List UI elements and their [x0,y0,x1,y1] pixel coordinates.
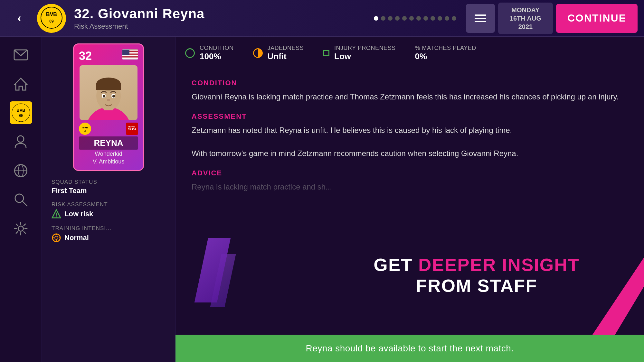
advice-overlay: Reyna is lacking match practice and sh..… [192,181,628,193]
sidebar-item-club[interactable]: BVB 09 [10,101,32,124]
sidebar-nav: BVB 09 [0,37,42,362]
injury-value: Low [334,51,395,61]
risk-icon [52,209,61,219]
matches-label: % MATCHES PLAYED [415,45,476,51]
dot-1 [374,16,378,21]
condition-section-title: CONDITION [192,79,628,87]
condition-stat-info: CONDITION 100% [200,45,234,61]
svg-rect-20 [122,57,138,57]
svg-text:BVB: BVB [46,12,57,17]
training-label: TRAINING INTENSI... [52,225,166,232]
player-card: 32 [73,43,144,171]
svg-text:09: 09 [49,19,54,23]
dot-9 [431,16,435,21]
stats-bar: CONDITION 100% JADEDNESS Unfit INJURY PR… [175,37,644,69]
club-logo-text: BVB 09 [40,6,63,30]
svg-text:ESLIGA: ESLIGA [128,128,136,130]
svg-point-43 [55,236,58,239]
training-value: Normal [64,234,89,242]
insight-overlay: GET DEEPER INSIGHT FROM STAFF [374,254,580,296]
continue-button[interactable]: CONTINUE [556,4,638,33]
svg-rect-27 [96,83,121,90]
svg-point-8 [17,136,24,142]
condition-stat: CONDITION 100% [185,45,234,61]
svg-text:BVB: BVB [16,108,25,113]
club-logo: BVB 09 [37,4,66,33]
left-stats: SQUAD STATUS First Team RISK ASSESSMENT … [48,179,169,249]
player-full-name: 32. Giovanni Reyna [74,6,364,22]
date-text: MONDAY 16TH AUG 2021 [505,6,546,31]
sidebar-item-globe[interactable] [10,159,32,182]
svg-point-30 [103,95,105,97]
header: ‹ BVB 09 32. Giovanni Reyna Risk Assessm… [0,0,644,37]
risk-assessment-label: RISK ASSESSMENT [52,201,166,208]
back-button[interactable]: ‹ [6,5,32,31]
squad-status-label: SQUAD STATUS [52,179,166,185]
right-panel: CONDITION 100% JADEDNESS Unfit INJURY PR… [175,37,644,362]
squad-status-row: SQUAD STATUS First Team [52,179,166,195]
dot-3 [388,16,393,21]
risk-assessment-value: Low risk [64,210,93,218]
advice-blurred-text: Reyna is lacking match practice and sh..… [192,181,628,193]
insight-line-1: GET DEEPER INSIGHT [374,254,580,275]
main-layout: BVB 09 [0,37,644,362]
svg-text:BUND-: BUND- [128,125,136,128]
condition-value: 100% [200,51,234,61]
assessment-section-text: Zetzmann has noted that Reyna is unfit. … [192,125,628,159]
jadedness-label: JADEDNESS [268,45,304,51]
injury-label: INJURY PRONENESS [334,45,395,51]
card-player-name: REYNA [79,136,138,150]
dot-10 [438,16,442,21]
svg-text:BVB: BVB [82,126,88,129]
dot-11 [445,16,449,21]
card-number: 32 [79,49,92,63]
card-trait-2: V. Ambitious [79,158,138,165]
risk-value-row: Low risk [52,209,166,219]
jadedness-value: Unfit [268,51,304,61]
training-row: TRAINING INTENSI... Normal [52,225,166,243]
dot-5 [402,16,407,21]
sidebar-item-home[interactable] [10,72,32,95]
svg-point-0 [41,7,62,28]
bottom-bar: Reyna should be available to start the n… [175,335,644,362]
svg-point-32 [107,99,110,101]
injury-indicator [323,50,329,56]
svg-rect-21 [122,58,138,59]
sidebar-item-search[interactable] [10,188,32,211]
advice-section-title: ADVICE [192,169,628,177]
matches-stat-info: % MATCHES PLAYED 0% [415,45,476,61]
dot-12 [452,16,456,21]
injury-stat-info: INJURY PRONENESS Low [334,45,395,61]
training-icon [52,233,61,243]
pagination-dots [374,16,456,21]
svg-point-14 [18,226,24,231]
svg-text:09: 09 [84,130,86,132]
sidebar-item-mail[interactable] [10,43,32,66]
matches-value: 0% [415,51,476,61]
svg-line-13 [22,201,27,206]
risk-assessment-row: RISK ASSESSMENT Low risk [52,201,166,219]
insight-line-2: FROM STAFF [374,275,580,296]
sidebar-item-people[interactable] [10,130,32,153]
sidebar-item-settings[interactable] [10,217,32,240]
dot-8 [423,16,428,21]
content-area: CONDITION Giovanni Reyna is lacking matc… [175,69,644,335]
squad-status-value: First Team [52,187,166,195]
bottom-recommendation-text: Reyna should be available to start the n… [306,343,514,354]
injury-stat: INJURY PRONENESS Low [323,45,395,61]
svg-rect-22 [122,50,129,55]
card-trait-1: Wonderkid [79,151,138,157]
svg-marker-4 [14,78,27,90]
condition-section-text: Giovanni Reyna is lacking match practice… [192,91,628,103]
hamburger-icon [475,14,486,22]
svg-text:09: 09 [19,114,23,117]
svg-point-5 [12,104,30,122]
page-title: Risk Assessment [74,22,364,31]
condition-indicator [185,48,195,58]
jadedness-stat: JADEDNESS Unfit [253,45,304,61]
menu-button[interactable] [466,4,495,33]
matches-stat: % MATCHES PLAYED 0% [415,45,476,61]
dot-7 [416,16,421,21]
dot-6 [409,16,414,21]
svg-point-41 [56,217,57,218]
